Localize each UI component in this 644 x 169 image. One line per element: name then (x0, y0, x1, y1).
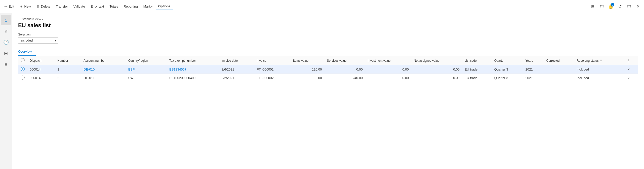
filter-bar: ⊺ Standard view ▾ (18, 17, 638, 21)
row1-account-number[interactable]: DE-010 (81, 65, 126, 74)
close-button[interactable]: ✕ (634, 3, 642, 11)
delete-icon: 🗑 (36, 5, 40, 9)
mark-button[interactable]: Mark ▾ (141, 3, 155, 10)
th-dispatch: Dispatch (27, 56, 55, 65)
row2-radio[interactable] (18, 74, 27, 82)
nav-list[interactable]: ≡ (1, 59, 11, 70)
selection-dropdown[interactable]: Included ▾ (18, 37, 58, 44)
row1-services-value: 0.00 (324, 65, 365, 74)
row2-services-value: 240.00 (324, 74, 365, 82)
row2-reporting-status: Included (574, 74, 625, 82)
row1-quarter: Quarter 3 (492, 65, 523, 74)
refresh-icon: ↺ (618, 4, 622, 9)
transfer-button[interactable]: Transfer (53, 3, 70, 10)
th-corrected: Corrected (544, 56, 574, 65)
edit-button[interactable]: ✏ Edit (2, 3, 17, 10)
row2-investment-value: 0.00 (365, 74, 411, 82)
validate-button[interactable]: Validate (71, 3, 88, 10)
options-button[interactable]: Options (156, 3, 173, 10)
reporting-status-filter-icon[interactable]: ▽ (600, 59, 602, 62)
toolbar: ✏ Edit ＋ New 🗑 Delete Transfer Validate … (0, 0, 644, 13)
refresh-button[interactable]: ↺ (616, 3, 624, 11)
totals-button[interactable]: Totals (107, 3, 120, 10)
row2-check: ✓ (625, 74, 638, 82)
close-icon: ✕ (636, 4, 640, 9)
row2-tax-exempt-number: SE100200300400 (167, 74, 219, 82)
th-not-assigned-value: Not assigned value (411, 56, 462, 65)
layout-icon-button[interactable]: ⬚ (598, 3, 606, 11)
layout-icon: ⬚ (600, 4, 604, 9)
th-radio (18, 56, 27, 65)
row2-number: 2 (55, 74, 81, 82)
th-investment-value: Investment value (365, 56, 411, 65)
row1-check: ✓ (625, 65, 638, 74)
th-services-value: Services value (324, 56, 365, 65)
row2-country-region: SWE (126, 74, 167, 82)
view-selector[interactable]: Standard view ▾ (22, 17, 44, 21)
row2-years: 2021 (523, 74, 544, 82)
row1-corrected (544, 65, 574, 74)
th-years: Years (523, 56, 544, 65)
dropdown-chevron-icon: ▾ (55, 39, 56, 42)
main-layout: ⌂ ☆ 🕐 ⊞ ≡ ⊺ Standard view ▾ EU sales lis… (0, 13, 644, 169)
row2-quarter: Quarter 3 (492, 74, 523, 82)
th-account-number: Account number (81, 56, 126, 65)
row1-country-region[interactable]: ESP (126, 65, 167, 74)
nav-favorites[interactable]: ☆ (1, 26, 11, 36)
notification-button[interactable]: 🔔 0 (607, 3, 615, 11)
th-items-value: Items value (291, 56, 325, 65)
tabs-bar: Overview (18, 48, 638, 56)
th-invoice-date: Invoice date (219, 56, 254, 65)
radio-selected[interactable] (21, 67, 25, 71)
content-area: ⊺ Standard view ▾ EU sales list Selectio… (12, 13, 644, 169)
notification-badge: 0 (611, 3, 614, 7)
table-row[interactable]: 000014 1 DE-010 ESP ES1234567 8/6/2021 F… (18, 65, 638, 74)
restore-button[interactable]: ⬚ (625, 3, 633, 11)
row1-invoice-date: 8/6/2021 (219, 65, 254, 74)
apps-icon-button[interactable]: ⊞ (589, 3, 597, 11)
row2-invoice-date: 8/2/2021 (219, 74, 254, 82)
row1-number: 1 (55, 65, 81, 74)
nav-home[interactable]: ⌂ (1, 15, 11, 25)
toolbar-right-actions: ⊞ ⬚ 🔔 0 ↺ ⬚ ✕ (589, 3, 642, 11)
data-table: Dispatch Number Account number Country/r… (18, 56, 638, 82)
nav-recent[interactable]: 🕐 (1, 37, 11, 47)
th-list-code: List code (462, 56, 492, 65)
error-text-button[interactable]: Error text (88, 3, 106, 10)
radio-unselected[interactable] (21, 76, 25, 80)
selection-label: Selection (18, 33, 638, 36)
tab-overview[interactable]: Overview (18, 48, 36, 56)
row1-tax-exempt-number[interactable]: ES1234567 (167, 65, 219, 74)
nav-modules[interactable]: ⊞ (1, 48, 11, 58)
row2-dispatch: 000014 (27, 74, 55, 82)
restore-icon: ⬚ (627, 4, 631, 9)
row1-dispatch: 000014 (27, 65, 55, 74)
th-reporting-status: Reporting status ▽ (574, 56, 625, 65)
row2-items-value: 0.00 (291, 74, 325, 82)
new-icon: ＋ (20, 4, 23, 9)
edit-icon: ✏ (5, 5, 8, 9)
row1-investment-value: 0.00 (365, 65, 411, 74)
row1-invoice: FTI-000001 (254, 65, 291, 74)
row1-list-code: EU trade (462, 65, 492, 74)
th-actions: ⋮ (625, 56, 638, 65)
th-invoice: Invoice (254, 56, 291, 65)
filter-icon[interactable]: ⊺ (18, 17, 20, 21)
column-options-icon[interactable]: ⋮ (627, 59, 630, 62)
row2-corrected (544, 74, 574, 82)
row1-radio[interactable] (18, 65, 27, 74)
left-nav: ⌂ ☆ 🕐 ⊞ ≡ (0, 13, 12, 169)
new-button[interactable]: ＋ New (17, 3, 33, 10)
table-header-row: Dispatch Number Account number Country/r… (18, 56, 638, 65)
page-title: EU sales list (18, 22, 638, 29)
mark-chevron-icon: ▾ (151, 5, 153, 8)
delete-button[interactable]: 🗑 Delete (34, 3, 53, 10)
table-row[interactable]: 000014 2 DE-011 SWE SE100200300400 8/2/2… (18, 74, 638, 82)
th-tax-exempt-number: Tax exempt number (167, 56, 219, 65)
row2-list-code: EU trade (462, 74, 492, 82)
apps-icon: ⊞ (591, 4, 594, 9)
reporting-button[interactable]: Reporting (121, 3, 140, 10)
th-quarter: Quarter (492, 56, 523, 65)
row1-years: 2021 (523, 65, 544, 74)
row1-not-assigned-value: 0.00 (411, 65, 462, 74)
